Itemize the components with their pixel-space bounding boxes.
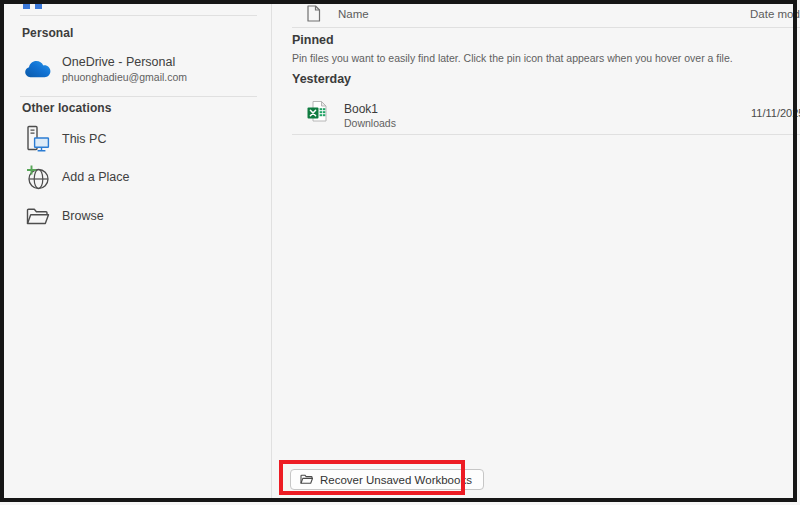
sidebar-item-this-pc[interactable]: This PC (20, 122, 262, 156)
clipped-icon-fragment (35, 4, 42, 9)
pinned-section-description: Pin files you want to easily find later.… (292, 52, 792, 64)
sidebar-divider (20, 96, 257, 97)
column-header-name[interactable]: Name (338, 8, 369, 20)
column-header-date-modified[interactable]: Date modified (750, 8, 800, 20)
this-pc-icon (24, 125, 52, 153)
onedrive-cloud-icon (24, 60, 52, 78)
sidebar-item-label: OneDrive - Personal (62, 55, 187, 69)
file-date-modified: 11/11/2025 (751, 107, 800, 119)
sidebar-item-label: Browse (62, 209, 104, 223)
recover-unsaved-workbooks-button[interactable]: Recover Unsaved Workbooks (290, 469, 484, 490)
sidebar-section-personal-title: Personal (22, 26, 74, 40)
browse-folder-icon (24, 207, 52, 226)
file-name: Book1 (344, 102, 378, 116)
sidebar-item-label: Add a Place (62, 170, 129, 184)
recover-button-label: Recover Unsaved Workbooks (320, 474, 472, 486)
excel-workbook-icon (307, 100, 328, 126)
clipped-icon-fragment (23, 4, 30, 9)
open-folder-icon (300, 474, 313, 485)
yesterday-section-title: Yesterday (292, 72, 351, 86)
sidebar-item-sublabel: phuonghadieu@gmail.com (62, 71, 187, 83)
pinned-section-title: Pinned (292, 33, 334, 47)
sidebar-divider (20, 15, 257, 16)
sidebar-section-other-locations-title: Other locations (22, 101, 112, 115)
sidebar-item-browse[interactable]: Browse (20, 199, 262, 233)
file-location: Downloads (344, 117, 396, 129)
document-column-icon (307, 5, 321, 26)
list-divider (292, 134, 800, 135)
file-row-book1[interactable]: Book1 Downloads 11/11/2025 (292, 97, 800, 134)
sidebar-item-add-a-place[interactable]: Add a Place (20, 160, 262, 194)
excel-backstage-open-view: Personal OneDrive - Personal phuonghadie… (0, 0, 800, 505)
panel-divider (271, 4, 272, 498)
sidebar-item-onedrive-personal[interactable]: OneDrive - Personal phuonghadieu@gmail.c… (20, 50, 262, 88)
list-divider (292, 27, 800, 28)
add-place-icon (24, 164, 52, 191)
sidebar-item-label: This PC (62, 132, 106, 146)
